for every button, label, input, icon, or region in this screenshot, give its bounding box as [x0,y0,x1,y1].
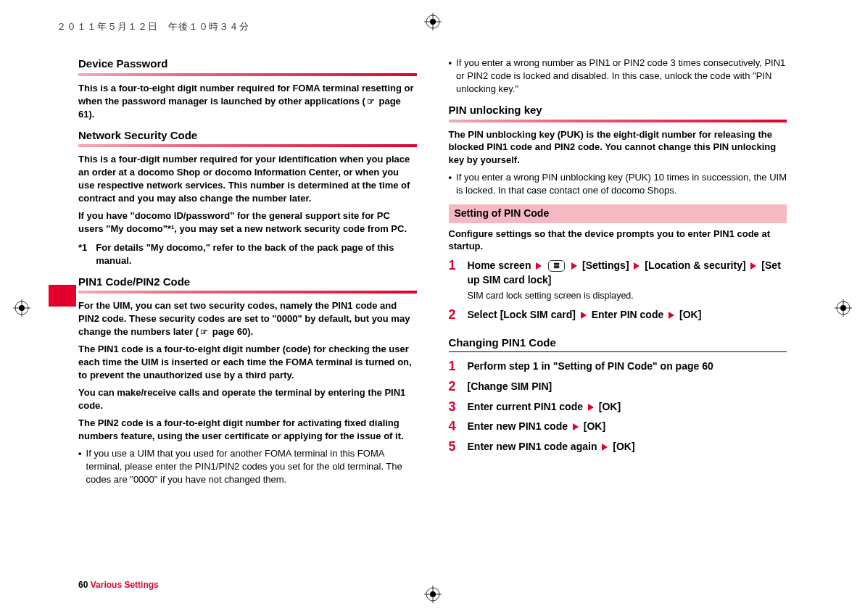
text: [OK] [581,420,605,432]
column-right: • If you enter a wrong number as PIN1 or… [449,57,787,591]
text: This is a four-to-eight digit number req… [78,83,413,107]
text: [Settings] [579,259,632,271]
bullet-icon: • [449,171,452,197]
bullet-text: If you enter a wrong PIN unblocking key … [456,171,787,197]
footnote-marker: *1 [78,241,87,267]
heading-device-password: Device Password [78,57,417,72]
arrow-icon [750,262,756,270]
heading-network-security: Network Security Code [78,128,417,143]
text: Enter new PIN1 code again [468,441,600,452]
body-text: This is a four-to-eight digit number req… [78,82,417,121]
step-text: Enter current PIN1 code [OK] [468,400,787,415]
heading-pin-unlocking: PIN unlocking key [449,103,787,118]
footnote: *1 For details "My docomo," refer to the… [78,241,417,267]
text: Select [Lock SIM card] [468,309,579,320]
arrow-icon [571,262,577,270]
step-subtext: SIM card lock setting screen is displaye… [468,290,787,303]
arrow-icon [588,404,594,411]
step-text: Enter new PIN1 code [OK] [468,420,787,434]
body-text: You can make/receive calls and operate t… [78,386,417,412]
divider [78,291,417,294]
bullet-text: If you use a UIM that you used for anoth… [86,447,417,486]
step-text: Perform step 1 in "Setting of PIN Code" … [468,359,787,374]
menu-key-icon: ≣ [548,260,565,272]
body-text: If you have "docomo ID/password" for the… [78,209,417,236]
arrow-icon [581,312,587,319]
body-text: Configure settings so that the device pr… [449,228,787,254]
pointer-icon: ☞ [367,96,375,107]
step-number: 2 [449,380,459,393]
page-footer: 60 Various Settings [78,579,159,591]
step-number: 5 [449,440,459,453]
footnote-text: For details "My docomo," refer to the ba… [96,241,416,267]
timestamp: ２０１１年５月１２日 午後１０時３４分 [57,20,249,33]
body-text: This is a four-digit number required for… [78,153,417,205]
sub-heading-box: Setting of PIN Code [449,204,787,222]
step-number: 1 [449,259,459,272]
arrow-icon [602,444,608,451]
bullet-icon: • [78,447,82,486]
bullet-icon: • [449,57,452,96]
text: [OK] [596,401,621,412]
text: [OK] [610,441,634,452]
step-text: [Change SIM PIN] [468,380,787,394]
bullet-item: • If you use a UIM that you used for ano… [78,447,417,486]
heading-changing-pin: Changing PIN1 Code [449,336,787,351]
pointer-icon: ☞ [200,327,208,337]
body-text: The PIN unblocking key (PUK) is the eigh… [449,128,787,167]
bullet-text: If you enter a wrong number as PIN1 or P… [456,57,787,96]
step-number: 1 [449,359,459,372]
text: Enter current PIN1 code [468,401,586,412]
step-text: Select [Lock SIM card] Enter PIN code [O… [468,308,787,322]
arrow-icon [634,262,640,270]
divider [449,351,787,352]
arrow-icon [573,423,579,430]
step-2: 2 [Change SIM PIN] [449,380,787,394]
step-3: 3 Enter current PIN1 code [OK] [449,400,787,415]
step-5: 5 Enter new PIN1 code again [OK] [449,440,787,454]
page-number: 60 [78,580,88,590]
text: [Location & security] [642,259,748,271]
registration-mark-icon [835,299,852,317]
bullet-item: • If you enter a wrong PIN unblocking ke… [449,171,787,197]
step-text: Home screen ≣ [Settings] [Location & sec… [468,259,787,302]
body-text: For the UIM, you can set two security co… [78,299,417,338]
section-tab [49,285,76,307]
divider [78,73,417,76]
heading-pin-codes: PIN1 Code/PIN2 Code [78,275,417,290]
body-text: The PIN2 code is a four-to-eight digit n… [78,417,417,443]
step-1: 1 Perform step 1 in "Setting of PIN Code… [449,359,787,374]
step-1: 1 Home screen ≣ [Settings] [Location & s… [449,259,787,302]
body-text: The PIN1 code is a four-to-eight digit n… [78,343,417,382]
step-number: 2 [449,308,459,321]
text: [OK] [676,309,701,320]
divider [449,120,787,122]
text: Enter new PIN1 code [468,420,571,432]
text: Home screen [468,259,534,271]
arrow-icon [536,262,542,270]
text: page 60). [210,326,253,337]
section-name: Various Settings [91,580,159,590]
step-number: 3 [449,400,459,413]
divider [78,144,417,147]
column-left: Device Password This is a four-to-eight … [78,57,417,591]
text: Enter PIN code [589,309,666,320]
step-number: 4 [449,420,459,433]
step-2: 2 Select [Lock SIM card] Enter PIN code … [449,308,787,322]
page-content: Device Password This is a four-to-eight … [78,57,787,591]
step-4: 4 Enter new PIN1 code [OK] [449,420,787,434]
arrow-icon [669,312,674,319]
registration-mark-icon [13,299,30,317]
step-text: Enter new PIN1 code again [OK] [468,440,787,454]
registration-mark-icon [424,13,442,30]
bullet-item: • If you enter a wrong number as PIN1 or… [449,57,787,96]
